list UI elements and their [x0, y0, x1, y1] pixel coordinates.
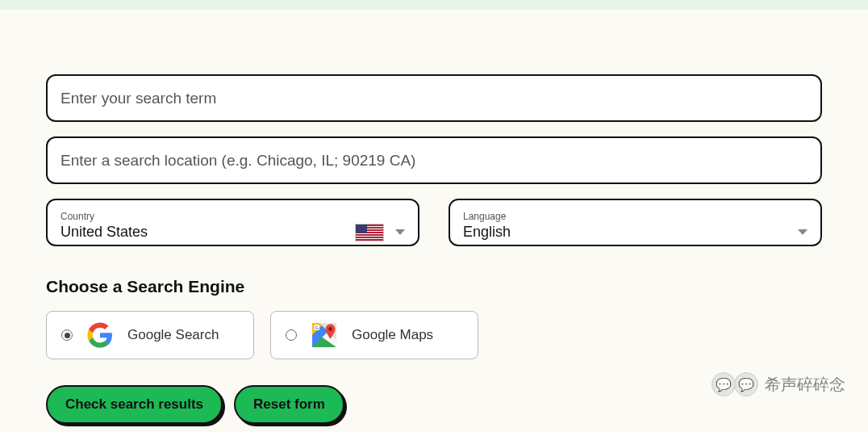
language-select[interactable]: Language English: [449, 199, 822, 246]
button-row: Check search results Reset form: [46, 385, 822, 424]
google-search-icon: [86, 321, 115, 350]
engine-section-title: Choose a Search Engine: [46, 277, 822, 296]
engine-google-search-label: Google Search: [127, 327, 219, 343]
search-term-input[interactable]: [46, 74, 822, 122]
check-results-button[interactable]: Check search results: [46, 385, 223, 424]
engine-google-maps-label: Google Maps: [352, 327, 433, 343]
engine-google-maps[interactable]: G Google Maps: [270, 311, 478, 359]
svg-point-5: [328, 327, 332, 331]
engine-row: Google Search G Google Maps: [46, 311, 822, 359]
radio-google-search[interactable]: [61, 329, 73, 341]
country-value: United States: [61, 224, 148, 241]
country-select[interactable]: Country United States: [46, 199, 419, 246]
us-flag-icon: [355, 224, 384, 241]
google-maps-icon: G: [310, 321, 339, 350]
top-strip: [0, 0, 868, 10]
language-value: English: [463, 224, 511, 241]
country-label: Country: [61, 211, 405, 222]
wechat-icon: 💬: [734, 372, 758, 396]
wechat-icon: 💬: [712, 372, 736, 396]
search-location-input[interactable]: [46, 136, 822, 184]
select-row: Country United States Language English: [46, 199, 822, 246]
watermark: 💬 💬 希声碎碎念: [712, 372, 845, 396]
engine-google-search[interactable]: Google Search: [46, 311, 254, 359]
chevron-down-icon: [798, 229, 807, 235]
watermark-text: 希声碎碎念: [765, 374, 845, 396]
svg-text:G: G: [315, 325, 319, 330]
form-container: Country United States Language English C…: [0, 10, 868, 424]
reset-form-button[interactable]: Reset form: [234, 385, 344, 424]
radio-google-maps[interactable]: [286, 329, 297, 341]
language-label: Language: [463, 211, 807, 222]
chevron-down-icon: [395, 229, 405, 235]
